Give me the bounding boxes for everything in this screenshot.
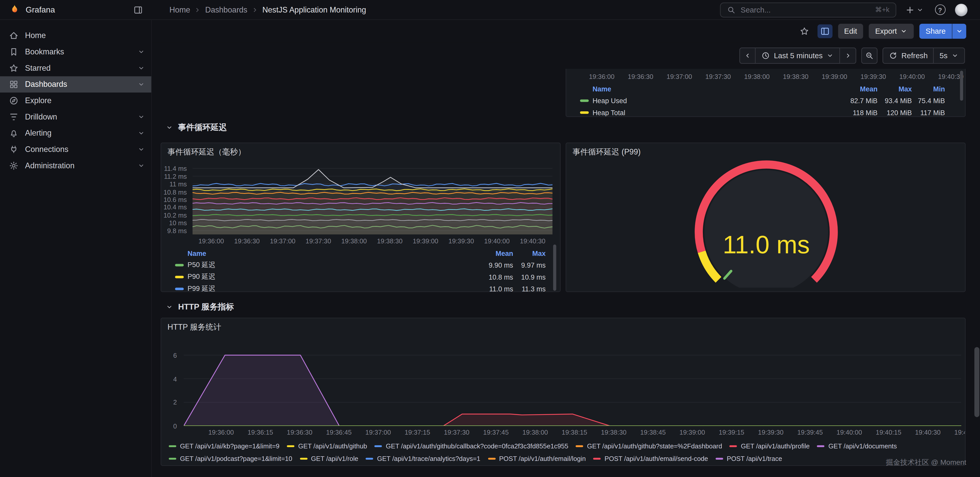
time-range-label: Last 5 minutes — [774, 51, 822, 60]
column-header[interactable]: Mean — [838, 85, 878, 92]
series-swatch — [287, 445, 294, 447]
x-tick-label: 19:39:00 — [822, 72, 847, 80]
help-button[interactable]: ? — [932, 2, 948, 18]
column-header-name[interactable]: Name — [175, 249, 474, 257]
legend-item[interactable]: GET /api/v1/documents — [817, 442, 897, 450]
column-header[interactable]: Min — [912, 85, 945, 92]
share-button[interactable]: Share — [919, 24, 952, 39]
x-tick-label: 19:36:00 — [199, 237, 224, 244]
search-input[interactable]: Search... ⌘+k — [720, 2, 896, 18]
legend-table-row[interactable]: Heap Used82.7 MiB93.4 MiB75.4 MiB — [571, 94, 945, 107]
legend-item[interactable]: GET /api/v1/auth/github?state=%2Fdashboa… — [576, 442, 722, 450]
dashboard-actions: Edit Export Share — [152, 20, 980, 42]
new-button[interactable] — [904, 2, 925, 18]
time-shift-forward-button[interactable] — [840, 48, 856, 64]
column-header[interactable]: Mean — [474, 249, 513, 257]
favorite-button[interactable] — [797, 24, 811, 39]
series-name: P50 延迟 — [175, 260, 474, 270]
time-shift-back-button[interactable] — [740, 48, 756, 64]
panel-scrollbar[interactable] — [960, 71, 963, 101]
sidebar-item-administration[interactable]: Administration — [0, 158, 151, 174]
legend-item[interactable]: GET /api/v1/ai/kb?page=1&limit=9 — [169, 442, 280, 450]
sidebar-item-home[interactable]: Home — [0, 27, 151, 44]
export-button[interactable]: Export — [869, 24, 914, 39]
page-scrollbar[interactable] — [974, 347, 980, 417]
sidebar-item-dashboards[interactable]: Dashboards — [0, 77, 151, 93]
series-swatch — [175, 276, 184, 278]
legend-item[interactable]: GET /api/v1/role — [300, 455, 358, 462]
panel-title[interactable]: HTTP 服务统计 — [167, 322, 221, 333]
series-value: 93.4 MiB — [877, 97, 912, 104]
user-avatar[interactable] — [955, 3, 967, 16]
sidebar-item-bookmarks[interactable]: Bookmarks — [0, 44, 151, 60]
share-dropdown-button[interactable] — [952, 24, 966, 39]
series-swatch — [576, 445, 583, 447]
x-tick-label: 19:37:15 — [404, 429, 430, 436]
panel-title[interactable]: 事件循环延迟 (P99) — [573, 147, 641, 158]
refresh-label: Refresh — [901, 51, 928, 60]
help-icon: ? — [935, 4, 945, 15]
panel-layout-button[interactable] — [817, 24, 832, 38]
chevron-down-icon[interactable] — [138, 113, 145, 121]
chevron-down-icon[interactable] — [138, 129, 145, 137]
memory-panel: 19:36:0019:36:3019:37:0019:37:3019:38:00… — [566, 69, 966, 117]
series-swatch — [593, 457, 601, 459]
edit-button[interactable]: Edit — [838, 24, 863, 39]
sidebar-item-explore[interactable]: Explore — [0, 93, 151, 109]
zoom-out-icon — [865, 51, 874, 60]
drilldown-icon — [9, 112, 19, 122]
chevron-down-icon[interactable] — [138, 146, 145, 153]
column-header-name[interactable]: Name — [580, 85, 838, 92]
breadcrumb-item[interactable]: Home — [169, 5, 190, 14]
chevron-down-icon[interactable] — [138, 81, 145, 88]
y-tick-label: 10 ms — [169, 219, 187, 227]
cog-icon — [9, 161, 19, 171]
sidebar-toggle-button[interactable] — [130, 2, 146, 18]
time-range-picker[interactable]: Last 5 minutes — [756, 48, 840, 64]
plug-icon — [9, 145, 19, 155]
time-range-group: Last 5 minutes — [740, 48, 856, 64]
legend-table-row[interactable]: P99 延迟11.0 ms11.3 ms — [166, 283, 546, 292]
legend-item[interactable]: POST /api/v1/trace — [716, 455, 782, 462]
legend-item[interactable]: GET /api/v1/auth/profile — [730, 442, 810, 450]
sidebar-item-alerting[interactable]: Alerting — [0, 125, 151, 142]
legend-table-row[interactable]: Heap Total118 MiB120 MiB117 MiB — [571, 106, 945, 117]
zoom-out-button[interactable] — [861, 48, 878, 64]
http-chart[interactable] — [184, 343, 961, 426]
section-row-http[interactable]: HTTP 服务指标 — [165, 302, 234, 313]
eventloop-p99-panel: 事件循环延迟 (P99) 11.0 ms — [566, 142, 966, 292]
panel-scrollbar[interactable] — [553, 245, 556, 291]
sidebar-item-starred[interactable]: Starred — [0, 60, 151, 77]
legend-table-header[interactable]: NameMeanMax — [166, 247, 546, 259]
eventloop-chart[interactable] — [192, 164, 552, 235]
column-header[interactable]: Max — [513, 249, 546, 257]
sidebar-item-drilldown[interactable]: Drilldown — [0, 109, 151, 125]
panel-title[interactable]: 事件循环延迟（毫秒） — [167, 147, 245, 158]
legend-item[interactable]: GET /api/v1/trace/analytics?days=1 — [366, 455, 480, 462]
x-tick-label: 19:36:00 — [589, 72, 614, 80]
legend-table-header[interactable]: NameMeanMaxMin — [571, 83, 945, 94]
legend-table-row[interactable]: P90 延迟10.8 ms10.9 ms — [166, 271, 546, 283]
legend-item[interactable]: POST /api/v1/auth/email/send-code — [593, 455, 708, 462]
chevron-right-icon — [251, 6, 259, 13]
sidebar-nav: HomeBookmarksStarredDashboardsExploreDri… — [0, 20, 152, 477]
x-tick-label: 19:38:00 — [744, 72, 770, 80]
legend-item[interactable]: POST /api/v1/auth/email/login — [488, 455, 586, 462]
grafana-logo-icon[interactable] — [8, 3, 21, 16]
x-tick-label: 19:37:00 — [270, 237, 295, 244]
legend-item[interactable]: GET /api/v1/podcast?page=1&limit=10 — [169, 455, 292, 462]
chevron-down-icon[interactable] — [138, 48, 145, 56]
breadcrumb-item[interactable]: Dashboards — [205, 5, 247, 14]
series-value: 120 MiB — [877, 108, 912, 116]
legend-item[interactable]: GET /api/v1/auth/github/callback?code=0f… — [375, 442, 568, 450]
column-header[interactable]: Max — [877, 85, 912, 92]
chevron-down-icon[interactable] — [138, 162, 145, 169]
refresh-button[interactable]: Refresh — [883, 48, 934, 64]
legend-table-row[interactable]: P50 延迟9.90 ms9.97 ms — [166, 259, 546, 271]
chevron-down-icon[interactable] — [138, 64, 145, 72]
sidebar-item-connections[interactable]: Connections — [0, 141, 151, 158]
legend-item[interactable]: GET /api/v1/auth/github — [287, 442, 367, 450]
refresh-interval-picker[interactable]: 5s — [934, 48, 965, 64]
x-tick-label: 19:40:00 — [899, 72, 925, 80]
section-row-eventloop[interactable]: 事件循环延迟 — [165, 122, 227, 133]
